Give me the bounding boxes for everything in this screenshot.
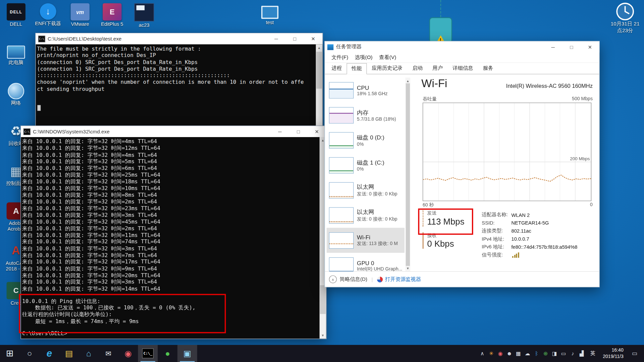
sidebar-scrollbar[interactable]: ▲ ▼: [406, 77, 411, 272]
perf-sidebar-item[interactable]: 磁盘 0 (D:) 0%: [326, 128, 405, 153]
property-value: 802.11ac: [511, 228, 531, 234]
tab[interactable]: 性能: [346, 63, 367, 74]
tab[interactable]: 用户: [428, 63, 448, 74]
ping-output: 来自 10.0.0.1 的回复: 字节=32 时间=4ms TTL=64来自 1…: [22, 138, 319, 292]
scroll-down-icon[interactable]: ▼: [320, 332, 326, 339]
cmd-titlebar[interactable]: C:\ C:\WINDOWS\system32\cmd.exe ─ □ ✕: [21, 126, 326, 137]
tab[interactable]: 应用历史记录: [367, 63, 407, 74]
desktop-icon[interactable]: 网络: [0, 81, 32, 121]
menu-item[interactable]: 文件(F): [328, 54, 352, 61]
desktop-icon-label: VMware: [71, 22, 89, 27]
maximize-button[interactable]: □: [562, 42, 581, 53]
menu-item[interactable]: 选项(O): [352, 54, 376, 61]
perf-item-name: CPU: [357, 84, 388, 91]
command-prompt[interactable]: C:\Users\DELL>: [22, 330, 319, 337]
taskbar-app-button[interactable]: ○: [20, 345, 40, 362]
open-resource-monitor-link[interactable]: 打开资源监视器: [385, 276, 421, 283]
hidden-icons-chevron[interactable]: ∧: [478, 345, 487, 362]
scroll-thumb[interactable]: [320, 285, 326, 314]
window-title: C:\WINDOWS\system32\cmd.exe: [33, 129, 271, 134]
perf-sidebar-item[interactable]: 内存 5.7/31.8 GB (18%): [326, 103, 405, 128]
taskbar: ⊞ ○ e ▤ ⌂ ✉: [0, 345, 644, 362]
perf-sidebar-item[interactable]: CPU 18% 1.58 GHz: [326, 77, 405, 103]
perf-sidebar-item[interactable]: 以太网 发送: 0 接收: 0 Kbp: [326, 203, 405, 228]
perf-item-name: 以太网: [357, 208, 397, 216]
user-icon[interactable]: ☻: [505, 345, 514, 362]
scroll-thumb[interactable]: [316, 52, 322, 88]
tab[interactable]: 启动: [408, 63, 428, 74]
action-center-icon[interactable]: ▭: [628, 350, 642, 357]
notes-icon[interactable]: ▦: [514, 345, 523, 362]
language-indicator[interactable]: 英: [587, 350, 599, 357]
console-line: 来自 10.0.0.1 的回复: 字节=32 时间=18ms TTL=64: [22, 178, 319, 185]
receive-stat: 接收 0 Kbps: [423, 232, 454, 249]
taskbar-time: 16:40: [603, 347, 624, 353]
property-label: 连接类型:: [482, 228, 511, 235]
taskbar-app-button[interactable]: ◉: [118, 345, 138, 362]
volume-icon[interactable]: ♪: [568, 345, 577, 362]
minimize-button[interactable]: ─: [544, 42, 562, 53]
minimize-button[interactable]: ─: [267, 33, 285, 44]
scroll-up-icon[interactable]: ▲: [316, 44, 323, 51]
tab[interactable]: 进程: [326, 63, 346, 74]
taskbar-app-button[interactable]: ⊞: [0, 345, 20, 362]
taskbar-app-icon: C:\_: [142, 349, 154, 358]
qq-tray-icon[interactable]: ◉: [496, 345, 505, 362]
cloud-icon[interactable]: ☁: [523, 345, 532, 362]
desktop-icon[interactable]: 此电脑: [0, 42, 32, 81]
security-icon[interactable]: ⊕: [541, 345, 550, 362]
collapse-chevron-icon[interactable]: ∧: [329, 276, 337, 283]
taskbar-app-button[interactable]: ●: [158, 345, 177, 362]
taskbar-app-button[interactable]: ▣: [177, 345, 197, 362]
desktop-icon[interactable]: DELL: [0, 2, 32, 42]
perf-sidebar: CPU 18% 1.58 GHz 内存 5.7/31.8 GB (18%): [326, 77, 405, 272]
scroll-down-icon[interactable]: ▼: [406, 265, 411, 272]
console-line: ct sending throughput: [37, 86, 315, 93]
tab[interactable]: 详细信息: [448, 63, 478, 74]
property-value: 10.0.0.7: [511, 236, 529, 242]
battery-icon[interactable]: ▭: [559, 345, 568, 362]
desktop-icon-image: [71, 3, 90, 20]
task-manager-titlebar[interactable]: 任务管理器 ─ □ ✕: [325, 42, 599, 53]
desktop-icon-label: test: [266, 20, 274, 26]
close-button[interactable]: ✕: [581, 42, 599, 53]
scroll-thumb[interactable]: [406, 83, 410, 266]
perf-item-detail: 发送: 0 接收: 0 Kbp: [357, 216, 397, 222]
taskbar-app-button[interactable]: e: [40, 345, 59, 362]
taskbar-app-button[interactable]: ✉: [99, 345, 118, 362]
taskbar-clock[interactable]: 16:40 2019/11/3: [599, 347, 627, 360]
clock-widget-date: 10月31日 21: [608, 20, 642, 27]
perf-sidebar-item[interactable]: GPU 0 Intel(R) UHD Graph...: [326, 253, 405, 272]
maximize-button[interactable]: □: [289, 126, 308, 137]
console-line: 来自 10.0.0.1 的回复: 字节=32 时间=10ms TTL=64: [22, 185, 319, 192]
perf-sidebar-item[interactable]: 磁盘 1 (C:) 0%: [326, 153, 405, 178]
taskbar-app-button[interactable]: ⌂: [79, 345, 99, 362]
close-button[interactable]: ✕: [304, 33, 322, 44]
console-line: (connection 0) SRC_port Des_port Data_Ra…: [37, 59, 315, 66]
display-icon[interactable]: ◨: [550, 345, 559, 362]
taskbar-app-button[interactable]: ▤: [59, 345, 79, 362]
perf-item-name: Wi-Fi: [357, 234, 398, 241]
console-line: 来自 10.0.0.1 的回复: 字节=32 时间=23ms TTL=64: [22, 205, 319, 212]
phone-cord: [440, 0, 441, 17]
network-icon[interactable]: ▟: [577, 345, 586, 362]
perf-sidebar-item[interactable]: Wi-Fi 发送: 113 接收: 0 M: [326, 228, 405, 253]
flower-icon[interactable]: ✳: [487, 345, 496, 362]
perf-sidebar-item[interactable]: 以太网 发送: 0 接收: 0 Kbp: [326, 178, 405, 203]
taskbar-app-button[interactable]: C:\_: [138, 345, 158, 362]
desktop-clock-widget[interactable]: 10月31日 21 点23分: [608, 2, 642, 34]
minimize-button[interactable]: ─: [271, 126, 289, 137]
maximize-button[interactable]: □: [285, 33, 304, 44]
phone-warning-widget[interactable]: [427, 0, 454, 44]
property-row: IPv6 地址: fe80::74d4:757b:f818:a594%8: [482, 243, 577, 251]
test-exe-titlebar[interactable]: C:\ C:\Users\DELL\Desktop\test.exe ─ □ ✕: [36, 33, 323, 44]
property-row: SSID: NETGEAR14-5G: [482, 219, 577, 227]
taskbar-app-icon: ▤: [65, 349, 73, 358]
bluetooth-icon[interactable]: ᛒ: [532, 345, 541, 362]
close-button[interactable]: ✕: [308, 126, 326, 137]
window-title: C:\Users\DELL\Desktop\test.exe: [48, 36, 267, 42]
menu-item[interactable]: 查看(V): [376, 54, 399, 61]
tab[interactable]: 服务: [478, 63, 498, 74]
fewer-details-toggle[interactable]: 简略信息(D): [340, 276, 367, 283]
clock-icon: [616, 2, 634, 20]
